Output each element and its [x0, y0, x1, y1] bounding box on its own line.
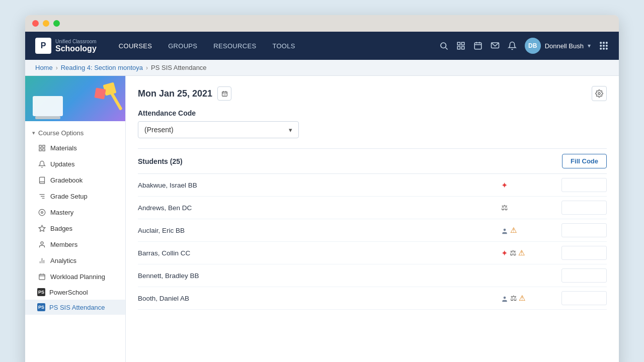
note2-decoration	[94, 87, 106, 99]
badges-label: Badges	[50, 225, 72, 232]
svg-rect-21	[42, 145, 44, 147]
table-row: Andrews, Ben DC ⚖	[138, 197, 607, 219]
svg-point-14	[600, 45, 602, 47]
date-picker-button[interactable]: 28	[217, 86, 231, 101]
svg-point-0	[441, 43, 446, 48]
svg-marker-29	[39, 225, 45, 231]
dropdown-arrow-icon: ▾	[289, 126, 292, 134]
svg-rect-2	[457, 42, 460, 45]
student-icons: ⚠	[501, 226, 561, 235]
svg-rect-22	[39, 148, 41, 150]
logo-area: P Unified Classroom Schoology	[35, 38, 97, 54]
mastery-label: Mastery	[50, 209, 73, 216]
sidebar-item-grade-setup[interactable]: Grade Setup	[25, 188, 125, 204]
messages-button[interactable]	[491, 41, 500, 50]
sidebar-item-members[interactable]: Members	[25, 236, 125, 252]
grid-apps-button[interactable]	[456, 41, 465, 50]
nav-tools[interactable]: TOOLS	[265, 38, 302, 54]
breadcrumb-course[interactable]: Reading 4: Section montoya	[61, 64, 143, 71]
sidebar-item-updates[interactable]: Updates	[25, 156, 125, 172]
svg-point-44	[504, 228, 506, 231]
badges-icon	[37, 224, 46, 233]
student-name: Booth, Daniel AB	[138, 295, 501, 302]
materials-icon	[37, 143, 46, 152]
workload-icon	[37, 272, 46, 281]
medical-icon: ✦	[501, 180, 508, 190]
sidebar-item-gradebook[interactable]: Gradebook	[25, 172, 125, 188]
sidebar-item-analytics[interactable]: Analytics	[25, 252, 125, 268]
nav-courses[interactable]: COURSES	[112, 38, 159, 54]
svg-text:28: 28	[223, 94, 225, 96]
pencil-decoration	[110, 92, 122, 111]
grade-setup-icon	[37, 192, 46, 201]
sidebar-item-powerschool[interactable]: PS PowerSchool	[25, 285, 125, 300]
svg-rect-6	[474, 43, 481, 49]
mastery-icon	[37, 208, 46, 217]
sidebar-item-materials[interactable]: Materials	[25, 140, 125, 156]
breadcrumb-sep1: ›	[56, 64, 58, 71]
search-button[interactable]	[439, 41, 448, 50]
student-name: Andrews, Ben DC	[138, 204, 501, 212]
nav-resources[interactable]: RESOURCES	[206, 38, 263, 54]
scale-icon: ⚖	[510, 294, 517, 303]
date-display: Mon Jan 25, 2021	[138, 88, 212, 99]
sidebar-item-badges[interactable]: Badges	[25, 220, 125, 236]
sidebar-item-workload-planning[interactable]: Workload Planning	[25, 268, 125, 285]
minimize-button[interactable]	[43, 20, 49, 27]
user-name: Donnell Bush	[545, 42, 584, 50]
course-options[interactable]: ▾ Course Options	[25, 126, 125, 140]
svg-point-12	[603, 42, 605, 44]
sidebar-item-ps-sis-attendance[interactable]: PS PS SIS Attendance	[25, 300, 125, 315]
laptop-decoration	[33, 96, 63, 116]
sidebar-item-mastery[interactable]: Mastery	[25, 204, 125, 220]
warning-icon: ⚠	[519, 294, 525, 303]
student-name: Auclair, Eric BB	[138, 227, 501, 234]
course-image	[25, 76, 125, 121]
student-icons: ⚖	[501, 203, 561, 212]
main-layout: ▾ Course Options Materials Updates	[25, 76, 619, 362]
notifications-button[interactable]	[508, 41, 517, 50]
attendance-code-dropdown[interactable]: (Present) ▾	[138, 121, 299, 138]
members-icon	[37, 240, 46, 249]
attendance-input[interactable]	[561, 223, 607, 237]
calendar-button[interactable]	[473, 41, 482, 50]
close-button[interactable]	[32, 20, 39, 27]
materials-label: Materials	[50, 144, 77, 152]
svg-rect-23	[42, 148, 44, 150]
table-row: Barras, Collin CC ✦ ⚖ ⚠	[138, 242, 607, 264]
settings-button[interactable]	[592, 86, 607, 101]
ps-sis-icon: PS	[37, 303, 45, 311]
svg-point-45	[504, 296, 506, 299]
student-name: Barras, Collin CC	[138, 249, 501, 257]
grade-setup-label: Grade Setup	[50, 193, 88, 200]
attendance-input[interactable]	[561, 246, 607, 260]
gradebook-icon	[37, 175, 46, 185]
attendance-input[interactable]	[561, 268, 607, 283]
students-header: Students (25) Fill Code	[138, 148, 607, 174]
apps-grid-button[interactable]	[599, 41, 609, 51]
maximize-button[interactable]	[53, 20, 60, 27]
svg-point-19	[606, 48, 608, 50]
person-icon	[501, 294, 508, 302]
members-label: Members	[50, 241, 77, 248]
attendance-code-label: Attendance Code	[138, 109, 607, 117]
logo-text: Unified Classroom Schoology	[55, 39, 97, 53]
breadcrumb-home[interactable]: Home	[35, 64, 53, 71]
user-area[interactable]: DB Donnell Bush ▾	[525, 38, 591, 54]
table-row: Booth, Daniel AB ⚖ ⚠	[138, 287, 607, 310]
svg-point-18	[603, 48, 605, 50]
attendance-code-value: (Present)	[144, 126, 174, 134]
browser-titlebar	[25, 15, 619, 32]
scale-icon: ⚖	[510, 248, 516, 257]
logo-subtitle: Unified Classroom	[55, 39, 97, 44]
app-container: P Unified Classroom Schoology COURSES GR…	[25, 32, 619, 362]
attendance-input[interactable]	[561, 201, 607, 215]
attendance-input[interactable]	[561, 291, 607, 305]
fill-code-button[interactable]: Fill Code	[562, 154, 607, 168]
scale-icon: ⚖	[501, 203, 508, 212]
course-image-decoration	[25, 76, 125, 121]
nav-groups[interactable]: GROUPS	[161, 38, 204, 54]
attendance-input[interactable]	[561, 178, 607, 192]
course-options-label: Course Options	[38, 129, 84, 137]
student-icons: ✦ ⚖ ⚠	[501, 248, 561, 258]
